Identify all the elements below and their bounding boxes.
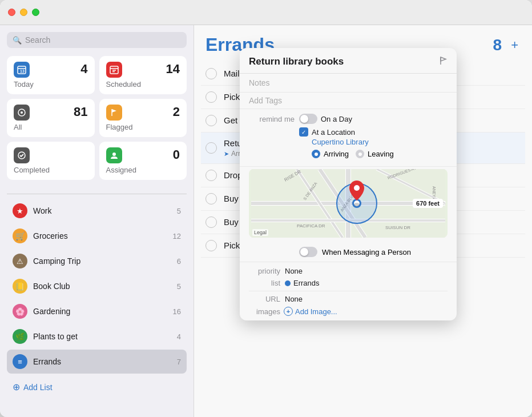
assigned-icon [106,147,122,163]
smart-list-today[interactable]: 13 4 Today [7,56,95,94]
tags-field[interactable]: Add Tags [240,93,457,109]
map-legal: Legal [252,229,268,236]
arriving-option[interactable]: Arriving [312,150,349,158]
task-circle[interactable] [205,216,217,228]
svg-point-37 [354,185,360,191]
plants-list-icon: 🌿 [13,329,27,344]
flagged-label: Flagged [106,123,180,131]
date-badge: 8 [493,36,502,54]
sidebar-item-gardening[interactable]: 🌸 Gardening 16 [7,299,187,323]
search-bar[interactable]: 🔍 Search [7,32,187,48]
list-row: list Errands [249,279,448,287]
bookclub-list-count: 5 [177,282,181,291]
scheduled-icon [106,62,122,78]
messaging-label: When Messaging a Person [322,248,411,256]
detail-meta: priority None list Errands URL None [240,262,457,320]
notes-field[interactable]: Notes [240,74,457,93]
detail-title: Return library books [249,56,344,67]
lists-section: ★ Work 5 🛒 Groceries 12 ⚠ Camping Trip 6 [7,199,187,375]
smart-list-flagged[interactable]: 2 Flagged [99,99,187,137]
gardening-list-name: Gardening [33,307,173,316]
messaging-toggle[interactable] [299,247,317,257]
remind-me-section: remind me On a Day ✓ [240,109,457,167]
flagged-icon [106,105,122,121]
tags-placeholder: Add Tags [249,96,282,105]
close-button[interactable] [8,9,15,16]
completed-label: Completed [14,166,88,174]
sidebar-item-plants[interactable]: 🌿 Plants to get 4 [7,324,187,348]
sidebar-item-errands[interactable]: ≡ Errands 7 [7,350,187,374]
app-window: 🔍 Search 13 4 Today [0,0,532,417]
arriving-radio[interactable] [312,150,320,158]
leaving-option[interactable]: Leaving [356,150,394,158]
url-value: None [285,295,303,303]
flagged-count: 2 [173,105,180,119]
at-location-checkbox[interactable]: ✓ [299,127,308,137]
smart-list-scheduled[interactable]: 14 Scheduled [99,56,187,94]
task-circle[interactable] [205,115,217,126]
on-a-day-toggle[interactable] [299,114,317,124]
detail-header: Return library books [240,48,457,74]
flag-button[interactable] [438,56,448,67]
add-task-button[interactable]: + [509,35,521,55]
smart-list-completed[interactable]: Completed [7,142,95,180]
list-dot [285,280,291,286]
groceries-list-name: Groceries [33,231,173,240]
add-image-icon: + [284,307,293,316]
smart-list-assigned[interactable]: 0 Assigned [99,142,187,180]
task-circle[interactable] [205,68,217,79]
messaging-toggle-knob [300,248,308,256]
today-label: Today [14,80,88,89]
minimize-button[interactable] [20,9,27,16]
task-list-panel: Errands 8 + Mail packages Pick up bevera… [194,25,532,417]
sidebar-item-bookclub[interactable]: 📒 Book Club 5 [7,274,187,298]
add-image-group[interactable]: + Add Image... [284,307,337,316]
bookclub-list-icon: 📒 [13,279,27,294]
smart-list-all[interactable]: 81 All [7,99,95,137]
svg-text:SUISUN DR: SUISUN DR [385,225,410,230]
list-value-group: Errands [285,279,320,287]
all-count: 81 [74,105,87,119]
priority-label: priority [249,267,280,275]
detail-panel: Return library books Notes Add Tags [240,48,457,320]
add-image-label: Add Image... [295,307,337,316]
traffic-lights [8,9,39,16]
assigned-label: Assigned [106,166,180,174]
today-count: 4 [80,62,87,77]
main-content-area: 🔍 Search 13 4 Today [0,25,532,417]
location-name: Cupertino Library [312,138,394,146]
on-a-day-toggle-group: On a Day [299,114,352,124]
plants-list-name: Plants to get [33,332,177,341]
at-location-group: ✓ At a Location Cupertino Library Arrivi… [299,127,394,158]
leaving-radio[interactable] [356,150,364,158]
camping-list-icon: ⚠ [13,254,27,268]
messaging-row: When Messaging a Person [240,242,457,262]
at-location-label: At a Location [312,128,355,137]
scheduled-label: Scheduled [106,80,180,89]
at-location-checkbox-row: ✓ At a Location [299,127,394,137]
sidebar-divider [7,194,187,194]
sidebar-item-work[interactable]: ★ Work 5 [7,199,187,223]
errands-list-count: 7 [177,358,181,366]
on-a-day-row: remind me On a Day [249,114,448,124]
sidebar-item-groceries[interactable]: 🛒 Groceries 12 [7,224,187,248]
task-circle[interactable] [205,170,217,181]
sidebar: 🔍 Search 13 4 Today [0,25,194,417]
at-location-row: ✓ At a Location Cupertino Library Arrivi… [249,127,448,158]
task-circle[interactable] [205,142,217,154]
errands-list-name: Errands [33,357,177,366]
bookclub-list-name: Book Club [33,282,177,291]
add-list-button[interactable]: ⊕ Add List [7,377,187,397]
scheduled-count: 14 [166,62,180,77]
maximize-button[interactable] [32,9,39,16]
notes-placeholder: Notes [249,78,270,87]
sidebar-item-camping[interactable]: ⚠ Camping Trip 6 [7,249,187,273]
leaving-label: Leaving [368,150,394,158]
search-icon: 🔍 [13,36,22,45]
task-circle[interactable] [205,91,217,103]
completed-icon [14,147,30,163]
task-circle[interactable] [205,240,217,251]
groceries-list-icon: 🛒 [13,228,27,243]
map-container[interactable]: RISE DR RODRIGUES AVE ANEY AVE S DE ANZA… [249,169,448,238]
task-circle[interactable] [205,193,217,205]
